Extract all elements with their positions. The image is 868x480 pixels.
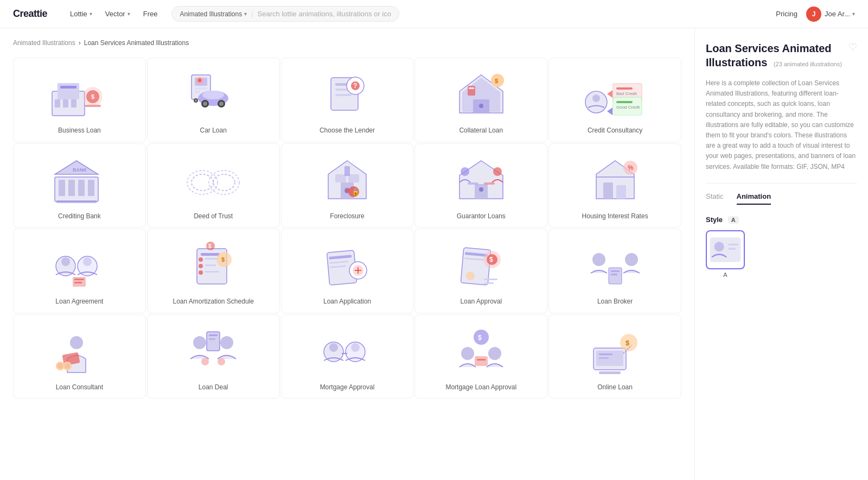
item-credit-consultancy[interactable]: Bad Credit Good Credit Credit Consultanc… — [548, 58, 681, 142]
chevron-down-icon: ▾ — [852, 11, 855, 17]
illustration-credit-consultancy: Bad Credit Good Credit — [583, 67, 648, 121]
svg-point-34 — [479, 104, 483, 108]
svg-point-129 — [58, 363, 63, 369]
svg-rect-151 — [599, 371, 621, 374]
item-loan-amortization[interactable]: $ $ Loan Amortization Schedule — [147, 229, 280, 313]
item-label: Housing Interest Rates — [556, 212, 674, 221]
svg-rect-122 — [609, 268, 622, 284]
svg-text:🔒: 🔒 — [352, 187, 360, 195]
user-menu[interactable]: J Joe Ar... ▾ — [806, 7, 855, 22]
item-loan-approval[interactable]: $ Loan Approval — [414, 229, 547, 313]
svg-point-76 — [493, 167, 502, 176]
item-loan-agreement[interactable]: Loan Agreement — [13, 229, 146, 313]
item-label: Deed of Trust — [154, 212, 273, 221]
nav-vector[interactable]: Vector ▾ — [100, 7, 136, 21]
logo: Creattie — [13, 8, 47, 20]
svg-point-157 — [714, 242, 724, 251]
svg-point-117 — [466, 271, 475, 280]
svg-text:Good Credit: Good Credit — [616, 105, 640, 110]
item-choose-lender[interactable]: ? Choose the Lender — [281, 58, 414, 142]
item-loan-consultant[interactable]: Loan Consultant — [13, 314, 146, 399]
item-online-loan[interactable]: $ Online Loan — [548, 314, 681, 399]
user-name: Joe Ar... ▾ — [825, 10, 855, 18]
item-label: Credit Consultancy — [556, 127, 674, 135]
item-label: Guarantor Loans — [422, 212, 540, 221]
svg-point-19 — [203, 102, 207, 106]
tab-animation[interactable]: Animation — [737, 192, 771, 205]
svg-point-139 — [329, 343, 338, 352]
item-deed-of-trust[interactable]: Deed of Trust — [147, 143, 280, 228]
svg-rect-12 — [195, 87, 207, 90]
item-housing-interest-rates[interactable]: % Housing Interest Rates — [548, 143, 681, 228]
svg-rect-1 — [58, 83, 79, 99]
item-mortgage-approval[interactable]: Mortgage Approval — [281, 314, 414, 399]
item-collateral-loan[interactable]: $ Collateral Loan — [414, 58, 547, 142]
svg-rect-69 — [344, 166, 350, 176]
svg-rect-156 — [710, 237, 741, 262]
breadcrumb-parent[interactable]: Animated Illustrations — [13, 39, 75, 47]
sidebar-tabs: Static Animation — [706, 192, 857, 205]
svg-text:$: $ — [478, 334, 482, 342]
svg-point-62 — [213, 174, 235, 191]
main-layout: Animated Illustrations › Loan Services A… — [0, 28, 868, 480]
item-business-loan[interactable]: $ Business Loan — [13, 58, 146, 142]
item-loan-application[interactable]: Loan Application — [281, 229, 414, 313]
svg-point-93 — [199, 257, 203, 262]
illustration-loan-deal — [181, 324, 246, 378]
item-label: Loan Deal — [154, 383, 273, 392]
svg-point-130 — [65, 363, 70, 369]
svg-point-146 — [488, 347, 501, 360]
item-loan-broker[interactable]: Loan Broker — [548, 229, 681, 313]
svg-rect-96 — [205, 264, 216, 266]
svg-point-60 — [192, 174, 213, 191]
illustration-guarantor-loans — [449, 153, 514, 207]
chevron-down-icon: ▾ — [90, 11, 92, 17]
category-dropdown[interactable]: Animated Illustrations ▾ — [180, 10, 247, 18]
svg-rect-81 — [616, 185, 626, 199]
pricing-link[interactable]: Pricing — [776, 10, 797, 18]
svg-rect-124 — [611, 274, 617, 275]
tab-static[interactable]: Static — [706, 192, 724, 205]
illustration-housing-interest-rates: % — [583, 153, 648, 207]
item-label: Loan Consultant — [20, 383, 139, 392]
svg-point-145 — [461, 347, 474, 360]
svg-point-120 — [592, 253, 605, 266]
svg-point-23 — [198, 79, 201, 82]
svg-rect-123 — [611, 270, 620, 272]
svg-rect-94 — [205, 258, 218, 260]
svg-point-121 — [625, 253, 638, 266]
svg-text:%: % — [628, 164, 634, 172]
favorite-button[interactable]: ♡ — [848, 41, 857, 53]
svg-rect-57 — [56, 200, 97, 203]
svg-text:BANK: BANK — [73, 167, 87, 173]
svg-rect-45 — [616, 101, 633, 103]
item-loan-deal[interactable]: Loan Deal — [147, 314, 280, 399]
sidebar-title: Loan Services Animated Illustrations (23… — [706, 41, 848, 70]
search-input[interactable] — [258, 10, 392, 18]
item-crediting-bank[interactable]: BANK Crediting Bank — [13, 143, 146, 228]
illustration-choose-lender: ? — [315, 67, 380, 121]
item-car-loan[interactable]: Car Loan — [147, 58, 280, 142]
svg-rect-119 — [484, 282, 494, 284]
nav-free[interactable]: Free — [138, 7, 163, 21]
svg-point-59 — [187, 170, 218, 194]
svg-text:Bad Credit: Bad Credit — [616, 91, 637, 96]
illustration-loan-consultant — [47, 324, 112, 378]
item-guarantor-loans[interactable]: Guarantor Loans — [414, 143, 547, 228]
item-label: Collateral Loan — [422, 127, 540, 135]
item-label: Loan Broker — [556, 298, 674, 306]
svg-point-21 — [219, 102, 224, 106]
item-label: Car Loan — [154, 127, 273, 135]
item-mortgage-loan-approval[interactable]: $ Mortgage Loan Approval — [414, 314, 547, 399]
sidebar-count: (23 animated illustrations) — [774, 61, 842, 67]
nav-lottie[interactable]: Lottie ▾ — [65, 7, 98, 21]
item-foreclosure[interactable]: 🔒 Foreclosure — [281, 143, 414, 228]
style-option-a[interactable] — [706, 230, 745, 269]
svg-marker-47 — [607, 108, 612, 115]
svg-text:$: $ — [495, 78, 498, 84]
svg-point-97 — [199, 270, 203, 275]
item-label: Loan Amortization Schedule — [154, 298, 273, 306]
item-label: Loan Application — [288, 298, 407, 306]
sidebar-divider — [706, 183, 857, 184]
sidebar-description: Here is a complete collection of Loan Se… — [706, 78, 857, 172]
